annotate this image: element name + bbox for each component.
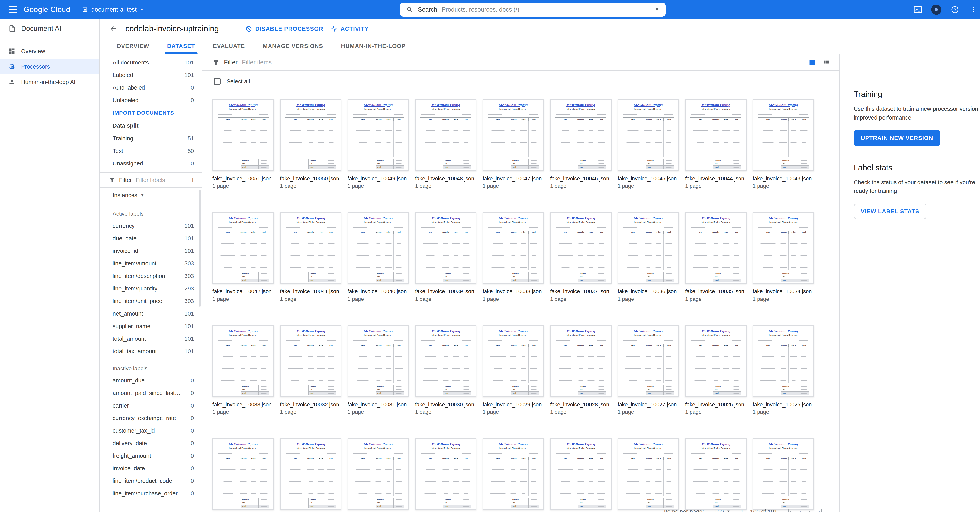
google-cloud-logo[interactable]: Google Cloud xyxy=(24,5,70,14)
label-row[interactable]: invoice_id 101 xyxy=(100,245,202,257)
document-card[interactable]: McWilliam Piping International Piping Co… xyxy=(550,212,611,302)
document-card[interactable]: McWilliam Piping International Piping Co… xyxy=(415,99,476,189)
document-thumbnail[interactable]: McWilliam Piping International Piping Co… xyxy=(617,325,679,397)
document-thumbnail[interactable]: McWilliam Piping International Piping Co… xyxy=(482,212,544,284)
document-thumbnail[interactable]: McWilliam Piping International Piping Co… xyxy=(415,99,476,171)
document-thumbnail[interactable]: McWilliam Piping International Piping Co… xyxy=(685,325,746,397)
tab-manage-versions[interactable]: MANAGE VERSIONS xyxy=(254,38,332,54)
document-card[interactable]: McWilliam Piping International Piping Co… xyxy=(280,212,341,302)
label-filter-input[interactable]: Filter labels xyxy=(136,176,165,183)
label-row[interactable]: line_item/product_code 0 xyxy=(100,475,202,487)
document-card[interactable]: McWilliam Piping International Piping Co… xyxy=(482,212,544,302)
document-thumbnail[interactable]: McWilliam Piping International Piping Co… xyxy=(347,438,409,510)
label-row[interactable]: carrier 0 xyxy=(100,399,202,412)
document-card[interactable]: McWilliam Piping International Piping Co… xyxy=(550,325,611,415)
document-thumbnail[interactable]: McWilliam Piping International Piping Co… xyxy=(550,99,611,171)
more-icon[interactable] xyxy=(966,3,980,17)
label-row[interactable]: amount_paid_since_last_i... 0 xyxy=(100,387,202,399)
project-picker[interactable]: document-ai-test ▼ xyxy=(76,3,149,16)
select-all-checkbox[interactable] xyxy=(214,78,221,85)
document-thumbnail[interactable]: McWilliam Piping International Piping Co… xyxy=(347,325,409,397)
tab-evaluate[interactable]: EVALUATE xyxy=(204,38,254,54)
label-row[interactable]: supplier_name 101 xyxy=(100,320,202,332)
document-card[interactable]: McWilliam Piping International Piping Co… xyxy=(550,438,611,512)
sidebar-item-overview[interactable]: Overview xyxy=(0,43,99,59)
document-card[interactable]: McWilliam Piping International Piping Co… xyxy=(347,438,409,512)
label-row[interactable]: freight_amount 0 xyxy=(100,450,202,462)
label-row[interactable]: line_item/unit_price 303 xyxy=(100,295,202,307)
document-card[interactable]: McWilliam Piping International Piping Co… xyxy=(685,212,746,302)
notifications-icon[interactable] xyxy=(929,3,943,17)
last-page-button[interactable]: ›| xyxy=(819,508,822,512)
document-card[interactable]: McWilliam Piping International Piping Co… xyxy=(347,325,409,415)
document-thumbnail[interactable]: McWilliam Piping International Piping Co… xyxy=(685,438,746,510)
document-card[interactable]: McWilliam Piping International Piping Co… xyxy=(685,99,746,189)
document-card[interactable]: McWilliam Piping International Piping Co… xyxy=(212,212,274,302)
document-card[interactable]: McWilliam Piping International Piping Co… xyxy=(347,99,409,189)
document-thumbnail[interactable]: McWilliam Piping International Piping Co… xyxy=(752,438,814,510)
count-labeled[interactable]: Labeled 101 xyxy=(100,69,202,81)
document-card[interactable]: McWilliam Piping International Piping Co… xyxy=(617,212,679,302)
document-thumbnail[interactable]: McWilliam Piping International Piping Co… xyxy=(212,438,274,510)
document-thumbnail[interactable]: McWilliam Piping International Piping Co… xyxy=(550,438,611,510)
document-card[interactable]: McWilliam Piping International Piping Co… xyxy=(415,212,476,302)
label-row[interactable]: net_amount 101 xyxy=(100,307,202,320)
sidebar-item-processors[interactable]: Processors xyxy=(0,59,99,74)
grid-filter-bar[interactable]: Filter Filter items xyxy=(202,54,839,71)
label-row[interactable]: due_date 101 xyxy=(100,232,202,245)
document-card[interactable]: McWilliam Piping International Piping Co… xyxy=(685,438,746,512)
document-thumbnail[interactable]: McWilliam Piping International Piping Co… xyxy=(212,99,274,171)
add-label-icon[interactable]: + xyxy=(190,176,195,184)
document-card[interactable]: McWilliam Piping International Piping Co… xyxy=(752,99,814,189)
search-bar[interactable]: Search Products, resources, docs (/) ▼ xyxy=(400,3,666,17)
document-thumbnail[interactable]: McWilliam Piping International Piping Co… xyxy=(482,99,544,171)
document-thumbnail[interactable]: McWilliam Piping International Piping Co… xyxy=(685,99,746,171)
grid-filter-input[interactable]: Filter items xyxy=(242,59,272,66)
label-row[interactable]: line_item/quantity 293 xyxy=(100,282,202,295)
label-row[interactable]: invoice_date 0 xyxy=(100,462,202,475)
document-card[interactable]: McWilliam Piping International Piping Co… xyxy=(752,212,814,302)
document-card[interactable]: McWilliam Piping International Piping Co… xyxy=(212,325,274,415)
document-thumbnail[interactable]: McWilliam Piping International Piping Co… xyxy=(752,212,814,284)
document-card[interactable]: McWilliam Piping International Piping Co… xyxy=(212,438,274,512)
document-thumbnail[interactable]: McWilliam Piping International Piping Co… xyxy=(415,438,476,510)
document-thumbnail[interactable]: McWilliam Piping International Piping Co… xyxy=(482,325,544,397)
document-card[interactable]: McWilliam Piping International Piping Co… xyxy=(550,99,611,189)
document-card[interactable]: McWilliam Piping International Piping Co… xyxy=(617,438,679,512)
split-unassigned[interactable]: Unassigned 0 xyxy=(100,157,202,170)
list-view-icon[interactable] xyxy=(822,59,830,66)
tab-dataset[interactable]: DATASET xyxy=(158,38,204,54)
next-page-button[interactable]: › xyxy=(809,508,811,512)
document-thumbnail[interactable]: McWilliam Piping International Piping Co… xyxy=(280,438,341,510)
document-thumbnail[interactable]: McWilliam Piping International Piping Co… xyxy=(347,99,409,171)
page-size-select[interactable]: 100 ▼ xyxy=(714,508,730,512)
document-card[interactable]: McWilliam Piping International Piping Co… xyxy=(482,99,544,189)
document-thumbnail[interactable]: McWilliam Piping International Piping Co… xyxy=(415,212,476,284)
help-icon[interactable] xyxy=(948,3,962,17)
document-card[interactable]: McWilliam Piping International Piping Co… xyxy=(212,99,274,189)
label-row[interactable]: line_item/description 303 xyxy=(100,270,202,282)
document-card[interactable]: McWilliam Piping International Piping Co… xyxy=(280,438,341,512)
activity-button[interactable]: ACTIVITY xyxy=(327,23,372,35)
document-card[interactable]: McWilliam Piping International Piping Co… xyxy=(347,212,409,302)
document-thumbnail[interactable]: McWilliam Piping International Piping Co… xyxy=(212,325,274,397)
tab-human-in-the-loop[interactable]: HUMAN-IN-THE-LOOP xyxy=(332,38,415,54)
menu-icon[interactable] xyxy=(4,0,22,19)
label-filter-bar[interactable]: Filter Filter labels + xyxy=(100,172,202,188)
count-auto-labeled[interactable]: Auto-labeled 0 xyxy=(100,81,202,94)
label-row[interactable]: line_item/amount 303 xyxy=(100,257,202,270)
document-thumbnail[interactable]: McWilliam Piping International Piping Co… xyxy=(482,438,544,510)
document-thumbnail[interactable]: McWilliam Piping International Piping Co… xyxy=(415,325,476,397)
label-row[interactable]: currency_exchange_rate 0 xyxy=(100,412,202,425)
document-thumbnail[interactable]: McWilliam Piping International Piping Co… xyxy=(617,99,679,171)
grid-view-icon[interactable] xyxy=(808,59,816,66)
document-thumbnail[interactable]: McWilliam Piping International Piping Co… xyxy=(752,325,814,397)
document-card[interactable]: McWilliam Piping International Piping Co… xyxy=(752,325,814,415)
instances-dropdown[interactable]: Instances ▼ xyxy=(100,188,202,203)
back-button[interactable] xyxy=(106,22,120,36)
document-thumbnail[interactable]: McWilliam Piping International Piping Co… xyxy=(685,212,746,284)
import-documents-link[interactable]: IMPORT DOCUMENTS xyxy=(100,107,202,119)
document-thumbnail[interactable]: McWilliam Piping International Piping Co… xyxy=(550,212,611,284)
document-card[interactable]: McWilliam Piping International Piping Co… xyxy=(752,438,814,512)
document-card[interactable]: McWilliam Piping International Piping Co… xyxy=(280,99,341,189)
